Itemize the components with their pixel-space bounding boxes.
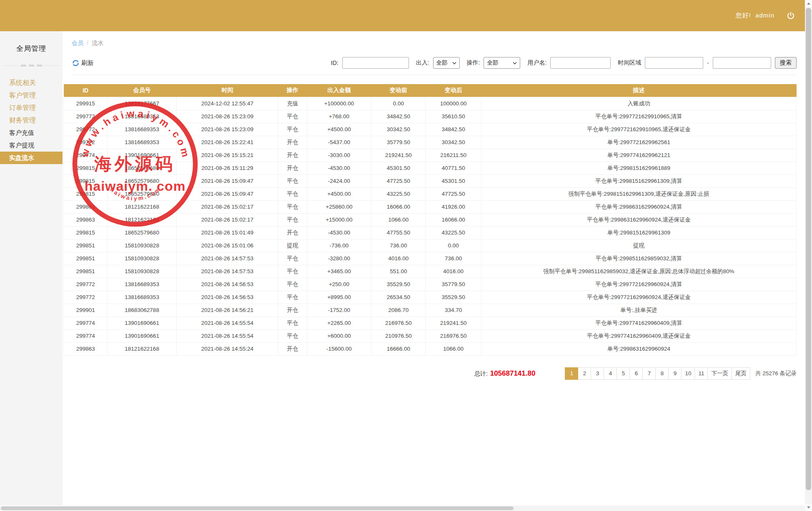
breadcrumb-parent-link[interactable]: 会员 [72, 40, 83, 46]
table-row: 299772138166893532021-08-26 15:23:09平仓+7… [64, 110, 797, 123]
table-cell: 平仓 [278, 278, 307, 291]
sidebar-item-客户提现[interactable]: 客户提现 [0, 139, 63, 152]
table-cell: 2021-08-26 14:55:54 [176, 329, 278, 342]
time-start-input[interactable] [645, 57, 703, 69]
table-cell: -3030.00 [307, 149, 371, 162]
time-end-input[interactable] [713, 57, 771, 69]
table-row: 299772138166893532021-08-26 14:56:53平仓+2… [64, 278, 797, 291]
table-cell: 平仓 [278, 252, 307, 265]
sidebar-item-客户充值[interactable]: 客户充值 [0, 127, 63, 139]
page-buttons: 1234567891011 [565, 367, 708, 380]
table-cell: 18652579680 [108, 226, 176, 239]
page-button-5[interactable]: 5 [617, 367, 630, 380]
page-button-11[interactable]: 11 [694, 367, 708, 380]
table-cell: 0.00 [426, 239, 481, 252]
logout-button[interactable] [786, 11, 795, 20]
table-cell: 34842.50 [371, 110, 426, 123]
page-button-1[interactable]: 1 [565, 367, 578, 380]
table-cell: 736.00 [426, 252, 481, 265]
table-cell: -1752.00 [307, 304, 371, 317]
id-filter-input[interactable] [342, 57, 409, 69]
table-cell: 平仓单号:2997721629910965,退还保证金 [481, 123, 797, 136]
table-cell: -2424.00 [307, 174, 371, 187]
next-page-button[interactable]: 下一页 [707, 367, 732, 380]
sidebar-item-客户管理[interactable]: 客户管理 [0, 89, 63, 102]
table-cell: 2021-08-26 15:23:09 [176, 123, 278, 136]
scroll-down-arrow-icon[interactable] [805, 504, 812, 511]
last-page-button[interactable]: 尾页 [732, 367, 750, 380]
table-cell: +768.00 [307, 110, 371, 123]
transactions-table: ID会员号时间操作出入金额变动前变动后描述 299915136161776672… [63, 84, 797, 356]
sidebar-item-财务管理[interactable]: 财务管理 [0, 114, 63, 127]
search-button[interactable]: 搜索 [775, 57, 797, 69]
page-button-4[interactable]: 4 [604, 367, 617, 380]
table-cell: -736.00 [307, 239, 371, 252]
username-filter-label: 用户名: [527, 59, 546, 67]
table-cell: 299815 [64, 162, 108, 174]
table-cell: 开仓 [278, 136, 307, 149]
table-row: 299915136161776672024-12-02 12:55:47充值+1… [64, 97, 797, 110]
table-cell: 开仓 [278, 149, 307, 162]
table-cell: 平仓 [278, 187, 307, 200]
table-cell: 4016.00 [371, 252, 426, 265]
table-cell: 平仓 [278, 265, 307, 278]
table-cell: 2086.70 [371, 304, 426, 317]
table-cell: 43225.50 [371, 187, 426, 200]
table-cell: 299863 [64, 213, 108, 226]
table-row: 299774139016906612021-08-26 15:15:21开仓-3… [64, 149, 797, 162]
vertical-scroll-thumb[interactable] [806, 8, 811, 490]
page-button-9[interactable]: 9 [668, 367, 682, 380]
table-cell: 47725.50 [426, 187, 481, 200]
records-count: 共 25276 条记录 [755, 370, 797, 377]
table-cell: 34842.50 [426, 123, 481, 136]
table-cell: +100000.00 [307, 97, 371, 110]
page-button-7[interactable]: 7 [642, 367, 656, 380]
scroll-up-arrow-icon[interactable] [805, 0, 812, 7]
table-cell: +250.00 [307, 278, 371, 291]
column-header: 时间 [176, 84, 278, 97]
table-cell: +4500.00 [307, 123, 371, 136]
table-cell: 1066.00 [426, 342, 481, 355]
vertical-scrollbar[interactable] [805, 0, 812, 511]
table-cell: 2021-08-26 15:01:06 [176, 239, 278, 252]
table-cell: 13816689353 [108, 291, 176, 304]
page-button-6[interactable]: 6 [629, 367, 643, 380]
table-cell: 16666.00 [371, 342, 426, 355]
table-cell: 强制平仓单号:2998511629859032,退还保证金,原因:总体浮动超过余… [481, 265, 797, 278]
table-cell: 219241.50 [426, 317, 481, 329]
table-cell: 入账成功 [481, 97, 797, 110]
sidebar-item-系统相关[interactable]: 系统相关 [0, 77, 63, 89]
table-cell: 13816689353 [108, 278, 176, 291]
username: admin [755, 12, 774, 19]
pagination: 1234567891011 下一页 尾页 [565, 367, 750, 380]
refresh-button[interactable]: 刷新 [72, 59, 94, 67]
table-cell: 15810930828 [108, 265, 176, 278]
table-row: 299863181216221682021-08-26 15:02:17平仓+1… [64, 213, 797, 226]
horizontal-scrollbar[interactable] [0, 506, 805, 511]
page-button-8[interactable]: 8 [655, 367, 669, 380]
username-filter-input[interactable] [550, 57, 611, 69]
horizontal-scroll-thumb[interactable] [1, 506, 514, 510]
table-row: 299815186525796802021-08-26 15:09:47平仓-2… [64, 174, 797, 187]
table-cell: 开仓 [278, 226, 307, 239]
table-cell: 单号:2998631629960924 [481, 342, 797, 355]
page-button-10[interactable]: 10 [681, 367, 695, 380]
page-button-3[interactable]: 3 [591, 367, 604, 380]
page-button-2[interactable]: 2 [578, 367, 591, 380]
table-cell: 单号:2997721629962561 [481, 136, 797, 149]
sidebar-item-订单管理[interactable]: 订单管理 [0, 102, 63, 114]
table-cell: +4500.00 [307, 187, 371, 200]
table-cell: 216976.50 [426, 329, 481, 342]
table-cell: +15000.00 [307, 213, 371, 226]
table-row: 299774139016906612021-08-26 14:55:54平仓+6… [64, 329, 797, 342]
inout-select[interactable]: 全部 [433, 57, 460, 69]
table-cell: 平仓单号:2998631629960924,清算 [481, 200, 797, 213]
transactions-table-wrap: ID会员号时间操作出入金额变动前变动后描述 299915136161776672… [63, 84, 797, 356]
refresh-icon [72, 59, 80, 67]
sidebar-item-实盘流水[interactable]: 实盘流水 [0, 152, 63, 164]
breadcrumb-current: 流水 [92, 40, 103, 46]
action-select[interactable]: 全部 [484, 57, 520, 69]
table-cell: 18121622168 [108, 213, 176, 226]
table-cell: 299915 [64, 97, 108, 110]
power-icon [786, 11, 795, 20]
